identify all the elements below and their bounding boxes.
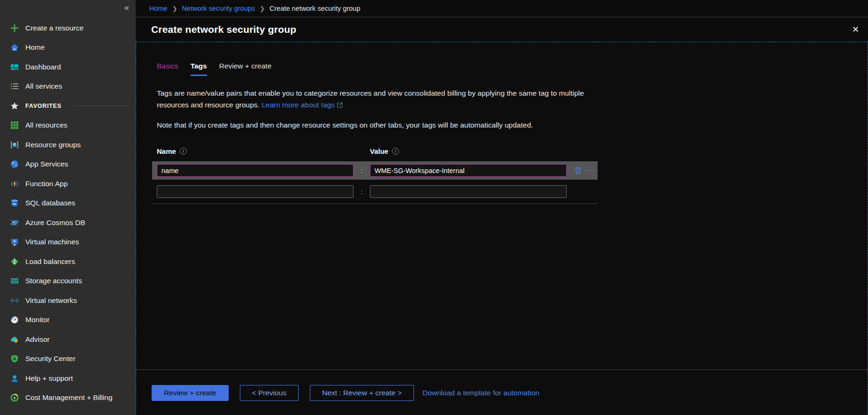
sidebar-item-resource-groups[interactable]: Resource groups	[0, 135, 136, 155]
value-info-icon[interactable]: i	[392, 148, 399, 155]
main-pane: Home ❯ Network security groups ❯ Create …	[136, 0, 868, 415]
tab-tags[interactable]: Tags	[191, 62, 207, 76]
tags-note: Note that if you create tags and then ch…	[157, 121, 868, 129]
help-support-icon	[10, 374, 19, 383]
tag-value-input[interactable]	[370, 185, 567, 198]
sidebar-item-label: Monitor	[25, 316, 50, 324]
page-title: Create network security group	[151, 24, 296, 35]
tag-name-input[interactable]	[157, 185, 353, 198]
function-app-icon	[10, 179, 19, 189]
collapse-sidebar-icon[interactable]: «	[124, 3, 129, 12]
tag-name-input[interactable]	[157, 164, 353, 177]
sidebar-item-security-center[interactable]: Security Center	[0, 349, 136, 369]
sidebar-item-function-app[interactable]: Function App	[0, 174, 136, 194]
sidebar-item-dashboard[interactable]: Dashboard	[0, 57, 136, 77]
sidebar-item-monitor[interactable]: Monitor	[0, 310, 136, 330]
sidebar: « Create a resource Home Dashboard	[0, 0, 136, 415]
cosmos-db-icon	[10, 218, 19, 227]
resource-groups-icon	[10, 140, 19, 150]
sidebar-item-label: Load balancers	[25, 257, 75, 266]
name-info-icon[interactable]: i	[180, 148, 187, 155]
tag-value-input[interactable]	[370, 164, 567, 177]
previous-button[interactable]: < Previous	[240, 385, 299, 401]
delete-tag-icon[interactable]	[574, 166, 582, 175]
sidebar-item-label: Virtual machines	[25, 238, 79, 246]
sidebar-item-create-a-resource[interactable]: Create a resource	[0, 18, 136, 38]
breadcrumb-home-link[interactable]: Home	[149, 5, 168, 12]
panel-header: Create network security group ✕	[136, 17, 868, 42]
tab-review-create[interactable]: Review + create	[219, 62, 272, 76]
sql-databases-icon: SQL	[10, 198, 19, 208]
virtual-networks-icon	[10, 296, 19, 305]
svg-text:$: $	[14, 396, 15, 400]
sidebar-item-label: Dashboard	[25, 63, 61, 71]
next-button[interactable]: Next : Review + create >	[310, 385, 414, 401]
sidebar-item-all-services[interactable]: All services	[0, 77, 136, 97]
learn-more-about-tags-link[interactable]: Learn more about tags	[261, 101, 335, 109]
breadcrumb-network-security-groups-link[interactable]: Network security groups	[182, 5, 255, 12]
dashboard-icon	[10, 62, 19, 72]
tab-content-region: Basics Tags Review + create Tags are nam…	[136, 42, 868, 415]
cost-management-icon: $	[10, 393, 19, 402]
tags-form: Name i Value i :	[157, 147, 868, 204]
sidebar-item-virtual-networks[interactable]: Virtual networks	[0, 291, 136, 310]
chevron-right-icon: ❯	[260, 5, 265, 12]
sidebar-nav: Create a resource Home Dashboard All ser…	[0, 18, 136, 407]
close-icon[interactable]: ✕	[849, 23, 862, 36]
sidebar-item-home[interactable]: Home	[0, 38, 136, 58]
form-divider	[152, 204, 598, 204]
advisor-icon	[10, 335, 19, 344]
external-link-icon	[335, 101, 343, 109]
sidebar-item-virtual-machines[interactable]: Virtual machines	[0, 233, 136, 252]
tags-form-headers: Name i Value i	[157, 147, 868, 155]
sidebar-item-label: All services	[25, 82, 62, 91]
tags-description-text: Tags are name/value pairs that enable yo…	[157, 89, 584, 109]
tab-basics[interactable]: Basics	[157, 62, 178, 76]
sidebar-item-label: SQL databases	[25, 199, 75, 207]
more-options-icon[interactable]: ···	[586, 167, 596, 174]
security-center-icon	[10, 354, 19, 363]
sidebar-item-app-services[interactable]: App Services	[0, 155, 136, 174]
sidebar-item-label: Virtual networks	[25, 296, 77, 305]
sidebar-item-label: Storage accounts	[25, 277, 82, 285]
breadcrumb: Home ❯ Network security groups ❯ Create …	[136, 0, 868, 17]
monitor-icon	[10, 315, 19, 324]
grid-icon	[10, 121, 19, 130]
sidebar-item-label: Azure Cosmos DB	[25, 219, 85, 227]
sidebar-item-label: Security Center	[25, 355, 76, 363]
storage-accounts-icon	[10, 276, 19, 286]
name-column-header: Name	[157, 147, 176, 155]
home-icon	[10, 43, 19, 52]
tag-row: : ···	[152, 161, 598, 180]
list-icon	[10, 82, 19, 91]
sidebar-section-favorites: FAVORITES	[0, 96, 136, 116]
tag-row: :	[152, 182, 598, 201]
sidebar-item-label: Resource groups	[25, 141, 81, 149]
sidebar-item-load-balancers[interactable]: Load balancers	[0, 252, 136, 272]
sidebar-item-storage-accounts[interactable]: Storage accounts	[0, 272, 136, 291]
review-create-button[interactable]: Review + create	[152, 385, 229, 401]
sidebar-item-label: Advisor	[25, 335, 50, 344]
colon-separator: :	[353, 167, 370, 174]
virtual-machines-icon	[10, 237, 19, 247]
sidebar-item-azure-cosmos-db[interactable]: Azure Cosmos DB	[0, 213, 136, 233]
sidebar-item-advisor[interactable]: Advisor	[0, 330, 136, 349]
sidebar-item-cost-management-billing[interactable]: $ Cost Management + Billing	[0, 388, 136, 408]
load-balancers-icon	[10, 257, 19, 266]
value-column-header: Value	[370, 147, 388, 155]
download-template-link[interactable]: Download a template for automation	[422, 385, 539, 401]
colon-separator: :	[353, 188, 370, 196]
chevron-right-icon: ❯	[172, 5, 177, 12]
plus-icon	[10, 23, 19, 33]
sidebar-item-label: All resources	[25, 121, 68, 129]
tags-description: Tags are name/value pairs that enable yo…	[157, 87, 592, 111]
sidebar-item-help-support[interactable]: Help + support	[0, 369, 136, 388]
sidebar-item-label: Help + support	[25, 374, 73, 383]
app-services-icon	[10, 159, 19, 169]
sidebar-section-label: FAVORITES	[25, 103, 61, 109]
sidebar-item-all-resources[interactable]: All resources	[0, 116, 136, 136]
sidebar-item-sql-databases[interactable]: SQL SQL databases	[0, 194, 136, 213]
breadcrumb-current-page: Create network security group	[269, 5, 360, 12]
sidebar-item-label: Cost Management + Billing	[25, 393, 113, 402]
wizard-tabs: Basics Tags Review + create	[157, 62, 868, 76]
